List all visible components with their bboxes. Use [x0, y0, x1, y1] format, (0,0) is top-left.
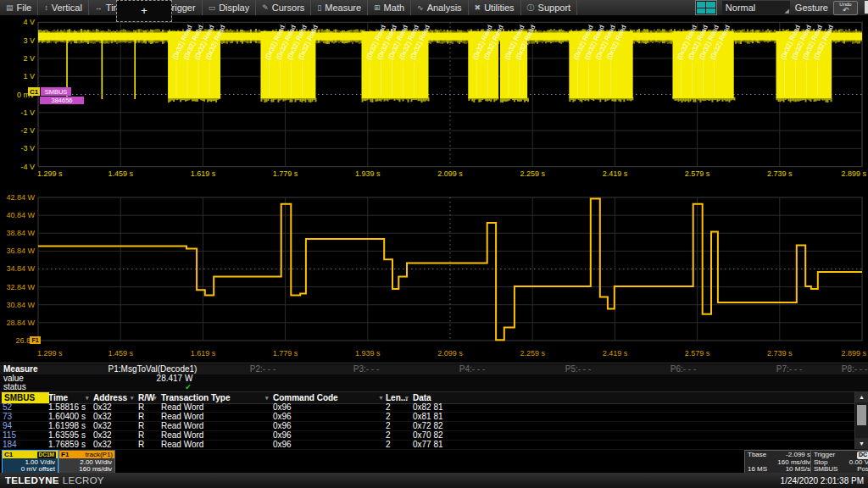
c1-label: C1	[4, 452, 13, 458]
measure-icon: ▯	[317, 3, 321, 12]
g1-x-tick: 2.099 s	[437, 169, 463, 178]
g1-y-tick: -4 V	[20, 163, 35, 171]
chevron-down-icon: ◢	[784, 8, 788, 14]
measure-p7[interactable]: P7:- - -	[776, 364, 803, 374]
undo-button[interactable]: Undo ↶	[833, 1, 858, 15]
cell-type: Read Word	[161, 440, 203, 449]
table-row[interactable]: 1841.76859 s0x32RRead Word0x9620x77 81	[0, 440, 868, 450]
row-index: 52	[3, 402, 12, 412]
g1-x-tick: 1.459 s	[108, 169, 133, 178]
f1-badge[interactable]: F1	[31, 337, 38, 343]
cursors-icon: ✎	[262, 3, 269, 12]
grid-display-icon[interactable]	[695, 0, 717, 15]
measure-status-row: status✔	[0, 383, 868, 391]
menu-item-display[interactable]: ▭Display	[203, 0, 257, 15]
g2-x-tick: 1.939 s	[355, 349, 381, 358]
cell-len: 2	[386, 412, 391, 421]
menu-item-support[interactable]: ⓘSupport	[521, 0, 578, 15]
graph-f1-track[interactable]: 42.84 W40.84 W38.84 W36.84 W34.84 W32.84…	[0, 181, 868, 363]
g2-x-tick: 1.299 s	[37, 349, 63, 358]
graph-c1-smbus[interactable]: 4 V3 V2 V1 V0 mV-1 V-2 V-3 V-4 V1.299 s1…	[0, 15, 868, 181]
cell-type: Read Word	[161, 430, 203, 440]
c1-badge[interactable]: C1	[30, 88, 39, 96]
c1-descriptor-box[interactable]: C1 DC1M 1.00 V/div 0 mV offset	[2, 450, 58, 474]
menu-item-utilities[interactable]: ✖Utilities	[469, 0, 521, 15]
menu-right-controls: Normal ◢ Gesture Undo ↶	[695, 0, 868, 15]
g1-y-tick: -1 V	[20, 108, 35, 117]
cell-cmd: 0x96	[273, 412, 292, 421]
cell-data: 0x70 82	[413, 430, 443, 440]
menu-item-vertical[interactable]: ↕Vertical	[38, 0, 89, 15]
menu-item-label: Display	[219, 3, 249, 13]
g1-y-tick: 4 V	[23, 18, 35, 26]
f1-waveform-svg[interactable]: 42.84 W40.84 W38.84 W36.84 W34.84 W32.84…	[0, 181, 868, 363]
c1-waveform-svg[interactable]: 4 V3 V2 V1 V0 mV-1 V-2 V-3 V-4 V1.299 s1…	[0, 15, 868, 181]
menu-item-analysis[interactable]: ∿Analysis	[411, 0, 469, 15]
brand-logo: TELEDYNELECROY	[5, 475, 104, 485]
menu-item-label: Cursors	[272, 3, 305, 13]
g2-x-tick: 2.099 s	[437, 349, 463, 358]
top-scroll-sliver[interactable]	[865, 1, 868, 14]
support-icon: ⓘ	[527, 3, 535, 14]
g2-x-tick: 1.459 s	[108, 349, 133, 358]
cell-type: Read Word	[161, 421, 203, 430]
measure-p4[interactable]: P4:- - -	[459, 364, 486, 374]
cell-rw: R	[138, 440, 144, 449]
cell-rw: R	[138, 430, 144, 440]
g2-y-tick: 40.84 W	[6, 211, 35, 219]
f1-source: track(P1)	[86, 452, 113, 458]
add-trace-button[interactable]: +	[116, 0, 172, 22]
g1-y-tick: 3 V	[23, 36, 35, 45]
measure-p6[interactable]: P6:- - -	[670, 364, 697, 374]
smbus-decode-badge[interactable]: SMBUS	[45, 88, 68, 96]
p1-value: 28.417 W	[157, 374, 193, 383]
timebase-icon: ↔	[95, 3, 103, 12]
file-icon: ▤	[6, 3, 14, 12]
table-scrollbar[interactable]: ▲▼	[854, 391, 868, 449]
f1-descriptor-box[interactable]: F1 track(P1) 2.00 W/div 160 ms/div	[58, 450, 115, 474]
measure-p5[interactable]: P5:- - -	[565, 364, 592, 374]
measure-p8[interactable]: P8:- - -	[842, 364, 868, 374]
g2-y-tick: 28.84 W	[6, 319, 35, 327]
g2-x-tick: 1.779 s	[273, 349, 298, 358]
menu-item-label: Analysis	[427, 3, 462, 13]
g2-x-tick: 2.739 s	[767, 349, 793, 358]
menu-item-measure[interactable]: ▯Measure	[311, 0, 368, 15]
g1-x-tick: 2.739 s	[767, 169, 793, 178]
cell-rw: R	[138, 421, 144, 430]
cell-type: Read Word	[161, 402, 203, 412]
scroll-thumb[interactable]	[857, 405, 866, 425]
cell-time: 1.61998 s	[48, 421, 86, 430]
g1-x-tick: 1.299 s	[37, 169, 63, 178]
cell-rw: R	[138, 412, 144, 421]
menu-item-file[interactable]: ▤File	[0, 0, 38, 15]
view-mode-dropdown[interactable]: Normal ◢	[722, 1, 790, 14]
display-icon: ▭	[209, 3, 216, 12]
measure-p2[interactable]: P2:- - -	[250, 364, 276, 374]
g1-x-tick: 2.899 s	[841, 169, 866, 178]
status-row-label: status	[3, 383, 26, 391]
g1-y-tick: 1 V	[23, 72, 35, 80]
g2-y-tick: 36.84 W	[6, 247, 35, 255]
row-index: 94	[3, 421, 12, 430]
scroll-down-icon[interactable]: ▼	[855, 438, 868, 449]
cell-time: 1.58816 s	[48, 402, 86, 412]
g2-y-tick: 42.84 W	[6, 193, 35, 202]
cell-data: 0x82 81	[413, 402, 443, 412]
cell-cmd: 0x96	[273, 402, 292, 412]
cell-address: 0x32	[93, 402, 112, 412]
g1-x-tick: 2.419 s	[603, 169, 628, 178]
cell-address: 0x32	[93, 440, 112, 449]
c1-coupling-badge: DC1M	[37, 452, 56, 458]
cell-address: 0x32	[93, 421, 112, 430]
tbase-label: Tbase	[748, 452, 766, 459]
menu-item-math[interactable]: ⊞Math	[368, 0, 411, 15]
cell-address: 0x32	[93, 412, 112, 421]
undo-arrow-icon: ↶	[843, 7, 849, 14]
measure-p3[interactable]: P3:- - -	[353, 364, 380, 374]
menu-item-cursors[interactable]: ✎Cursors	[256, 0, 311, 15]
oscilloscope-screen: ▤File↕Vertical↔Timebase↑Trigger▭Display✎…	[0, 0, 868, 488]
vertical-icon: ↕	[44, 3, 48, 12]
g2-y-tick: 30.84 W	[6, 301, 35, 309]
scroll-up-icon[interactable]: ▲	[855, 391, 868, 402]
